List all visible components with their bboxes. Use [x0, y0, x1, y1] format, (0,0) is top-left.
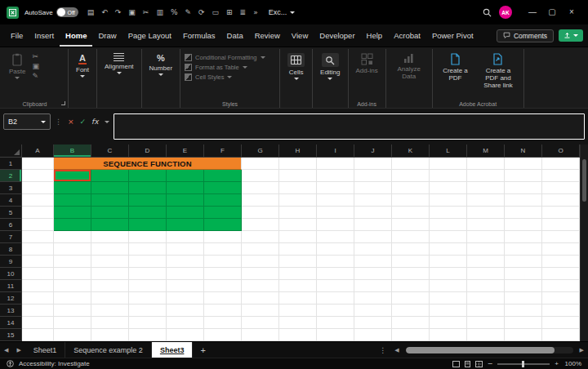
cell-M9[interactable]	[467, 256, 505, 268]
select-all-corner[interactable]	[0, 144, 22, 158]
cell-I7[interactable]	[317, 231, 354, 243]
cell-M4[interactable]	[467, 194, 505, 207]
name-box[interactable]: B2	[3, 113, 51, 130]
cell-M1[interactable]	[467, 158, 505, 170]
share-button[interactable]	[559, 29, 583, 42]
cell-M7[interactable]	[467, 231, 505, 243]
cell-A5[interactable]	[22, 207, 54, 219]
cell-D8[interactable]	[129, 243, 167, 256]
cell-J13[interactable]	[354, 305, 392, 317]
add-sheet-button[interactable]: +	[193, 345, 212, 355]
close-button[interactable]: ×	[562, 0, 581, 24]
cell-H13[interactable]	[279, 305, 317, 317]
document-icon[interactable]: ▭	[212, 9, 220, 16]
cell-K6[interactable]	[392, 219, 430, 231]
cell-H6[interactable]	[279, 219, 317, 231]
editing-button[interactable]: Editing	[317, 51, 343, 82]
cell-N6[interactable]	[505, 219, 542, 231]
cell-H14[interactable]	[279, 317, 317, 329]
menu-tab-power-pivot[interactable]: Power Pivot	[426, 24, 479, 47]
row-header-14[interactable]: 14	[0, 317, 22, 329]
cell-C4[interactable]	[91, 194, 129, 207]
row-header-7[interactable]: 7	[0, 231, 22, 243]
cell-I12[interactable]	[317, 292, 354, 305]
cell-G2[interactable]	[242, 170, 279, 182]
cancel-icon[interactable]: ×	[68, 118, 74, 126]
cell-I14[interactable]	[317, 317, 354, 329]
excel-logo-icon[interactable]	[7, 7, 19, 19]
cell-C3[interactable]	[91, 182, 129, 194]
save-icon[interactable]: ▤	[87, 9, 95, 16]
cell-N5[interactable]	[505, 207, 542, 219]
maximize-button[interactable]: ▢	[542, 0, 562, 24]
cell-I1[interactable]	[317, 158, 354, 170]
cell-L14[interactable]	[430, 317, 467, 329]
cell-A3[interactable]	[22, 182, 54, 194]
cell-C11[interactable]	[91, 280, 129, 292]
cells-button[interactable]: Cells	[284, 51, 308, 82]
cell-A4[interactable]	[22, 194, 54, 207]
zoom-slider[interactable]	[497, 363, 550, 365]
cell-E8[interactable]	[167, 243, 204, 256]
sheet-tab-sheet3[interactable]: Sheet3	[152, 342, 194, 358]
cell-D3[interactable]	[129, 182, 167, 194]
hscroll-right-icon[interactable]: ▶	[576, 347, 588, 353]
cell-K1[interactable]	[392, 158, 430, 170]
undo-icon[interactable]: ↶	[101, 9, 108, 16]
cell-D2[interactable]	[129, 170, 167, 182]
cell-C7[interactable]	[91, 231, 129, 243]
cell-K7[interactable]	[392, 231, 430, 243]
cell-L5[interactable]	[430, 207, 467, 219]
cell-H7[interactable]	[279, 231, 317, 243]
cell-C12[interactable]	[91, 292, 129, 305]
cell-J11[interactable]	[354, 280, 392, 292]
cell-G15[interactable]	[242, 329, 279, 341]
cell-N10[interactable]	[505, 268, 542, 280]
column-header-E[interactable]: E	[167, 144, 204, 158]
window-title[interactable]: Exc...	[269, 8, 296, 16]
cell-I4[interactable]	[317, 194, 354, 207]
sparkline-icon[interactable]: ≣	[240, 9, 247, 16]
horizontal-scrollbar[interactable]	[406, 347, 573, 353]
cell-O2[interactable]	[542, 170, 580, 182]
cell-M3[interactable]	[467, 182, 505, 194]
cell-K12[interactable]	[392, 292, 430, 305]
cell-B13[interactable]	[54, 305, 91, 317]
cell-D10[interactable]	[129, 268, 167, 280]
page-break-view-icon[interactable]	[475, 361, 483, 367]
cell-M6[interactable]	[467, 219, 505, 231]
redo-icon[interactable]: ↷	[115, 9, 122, 16]
cell-F8[interactable]	[204, 243, 242, 256]
cell-D14[interactable]	[129, 317, 167, 329]
cell-B7[interactable]	[54, 231, 91, 243]
cell-O3[interactable]	[542, 182, 580, 194]
cell-E2[interactable]	[167, 170, 204, 182]
cell-L12[interactable]	[430, 292, 467, 305]
cell-L13[interactable]	[430, 305, 467, 317]
cell-J15[interactable]	[354, 329, 392, 341]
cell-L11[interactable]	[430, 280, 467, 292]
column-header-B[interactable]: B	[54, 144, 91, 158]
cell-H9[interactable]	[279, 256, 317, 268]
row-header-2[interactable]: 2	[0, 170, 22, 182]
sheet-tab-sheet1[interactable]: Sheet1	[25, 342, 66, 358]
cell-J6[interactable]	[354, 219, 392, 231]
cut-icon[interactable]: ✂	[143, 9, 149, 16]
row-header-1[interactable]: 1	[0, 158, 22, 170]
cell-B10[interactable]	[54, 268, 91, 280]
autosave-control[interactable]: AutoSave Off	[24, 7, 78, 17]
cell-N11[interactable]	[505, 280, 542, 292]
cell-O6[interactable]	[542, 219, 580, 231]
cell-H15[interactable]	[279, 329, 317, 341]
menu-tab-view[interactable]: View	[286, 24, 314, 47]
cell-N4[interactable]	[505, 194, 542, 207]
cell-K11[interactable]	[392, 280, 430, 292]
menu-tab-formulas[interactable]: Formulas	[177, 24, 221, 47]
cell-B2[interactable]	[54, 170, 91, 182]
cell-B3[interactable]	[54, 182, 91, 194]
cell-E3[interactable]	[167, 182, 204, 194]
cell-N15[interactable]	[505, 329, 542, 341]
cell-D9[interactable]	[129, 256, 167, 268]
cell-O10[interactable]	[542, 268, 580, 280]
column-header-C[interactable]: C	[91, 144, 129, 158]
